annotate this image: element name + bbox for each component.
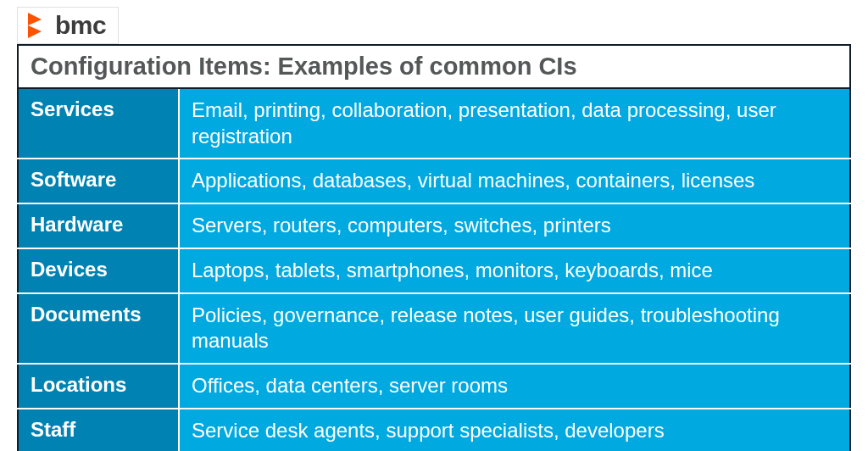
table-row: Documents Policies, governance, release … <box>18 293 850 364</box>
ci-category: Software <box>18 159 179 203</box>
table-row: Services Email, printing, collaboration,… <box>18 88 850 159</box>
table-row: Staff Service desk agents, support speci… <box>18 409 850 451</box>
table-row: Software Applications, databases, virtua… <box>18 159 850 203</box>
bmc-chevron-icon <box>25 11 50 40</box>
ci-category: Devices <box>18 248 179 293</box>
ci-examples: Applications, databases, virtual machine… <box>179 159 850 203</box>
ci-examples: Offices, data centers, server rooms <box>179 364 850 409</box>
ci-examples: Policies, governance, release notes, use… <box>179 293 850 364</box>
table-row: Hardware Servers, routers, computers, sw… <box>18 203 850 248</box>
table-title: Configuration Items: Examples of common … <box>18 45 850 88</box>
ci-examples: Laptops, tablets, smartphones, monitors,… <box>179 248 850 293</box>
ci-examples: Service desk agents, support specialists… <box>179 409 850 451</box>
ci-examples: Servers, routers, computers, switches, p… <box>179 203 850 248</box>
brand-logo: bmc <box>17 7 119 44</box>
table-row: Locations Offices, data centers, server … <box>18 364 850 409</box>
ci-category: Documents <box>18 293 179 364</box>
ci-examples: Email, printing, collaboration, presenta… <box>179 88 850 159</box>
ci-category: Staff <box>18 409 179 451</box>
brand-name: bmc <box>55 11 106 40</box>
ci-category: Locations <box>18 364 179 409</box>
ci-category: Services <box>18 88 179 159</box>
ci-table: Configuration Items: Examples of common … <box>17 44 851 451</box>
table-row: Devices Laptops, tablets, smartphones, m… <box>18 248 850 293</box>
ci-category: Hardware <box>18 203 179 248</box>
